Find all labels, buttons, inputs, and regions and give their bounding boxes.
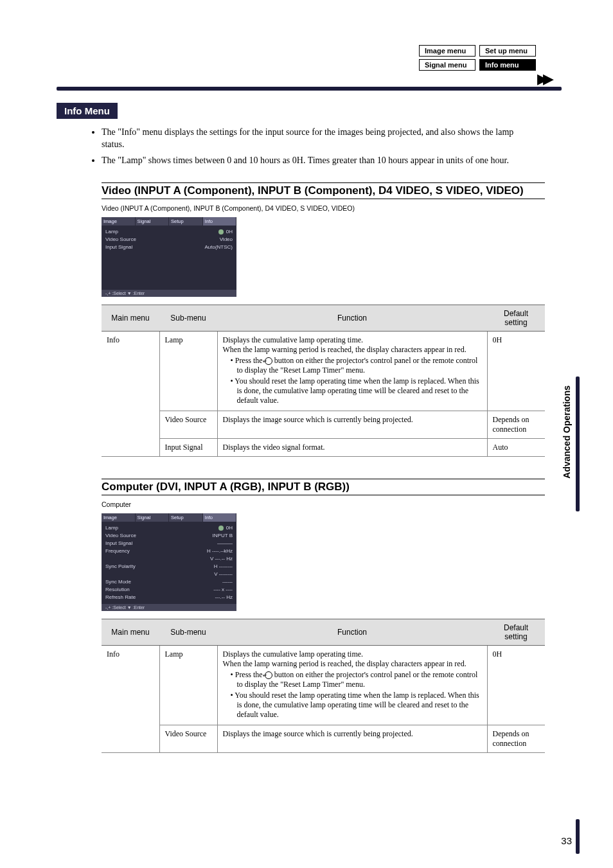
table-row: Info Lamp Displays the cumulative lamp o… <box>102 331 545 411</box>
cell-def: Depends on connection <box>487 725 545 752</box>
osd-label: Lamp <box>105 228 118 236</box>
osd-screenshot-video: Image Signal Setup Info Lamp0H Video Sou… <box>102 217 236 297</box>
table-row: Input Signal Displays the video signal f… <box>102 438 545 456</box>
table-row: Video Source Displays the image source w… <box>102 725 545 752</box>
page-title: Info Menu <box>57 103 118 119</box>
cell-main: Info <box>102 331 159 456</box>
lamp-icon <box>218 229 224 235</box>
osd-value: ------ <box>222 578 233 586</box>
cell-def: 0H <box>487 331 545 411</box>
osd-value: Video <box>220 236 233 244</box>
osd-tab: Image <box>102 513 136 522</box>
section-heading-computer: Computer (DVI, INPUT A (RGB), INPUT B (R… <box>102 479 545 495</box>
cell-def: Depends on connection <box>487 411 545 438</box>
osd-value: INPUT B <box>213 532 233 540</box>
th-main: Main menu <box>102 305 159 331</box>
cell-def: 0H <box>487 645 545 725</box>
table-row: Video Source Displays the image source w… <box>102 411 545 438</box>
osd-label: Input Signal <box>105 540 132 547</box>
table-row: Info Lamp Displays the cumulative lamp o… <box>102 645 545 725</box>
th-func: Function <box>217 619 487 645</box>
enter-icon: ↵ <box>265 357 272 365</box>
osd-value: ---- x ---- <box>213 586 233 594</box>
cell-func: Displays the image source which is curre… <box>217 411 487 438</box>
cell-func: Displays the cumulative lamp operating t… <box>217 645 487 725</box>
section-heading-video: Video (INPUT A (Component), INPUT B (Com… <box>102 182 545 199</box>
th-func: Function <box>217 305 487 331</box>
osd-footer: -,+ :Select ▼ :Enter <box>102 290 236 297</box>
menu-image: Image menu <box>419 45 475 57</box>
nav-arrows-icon: ▶▶ <box>537 71 549 87</box>
osd-value: 0H <box>226 229 233 235</box>
osd-tab: Image <box>102 217 136 226</box>
osd-value: 0H <box>226 525 233 531</box>
spec-table-video: Main menu Sub-menu Function Default sett… <box>102 305 545 457</box>
intro-bullet: The "Lamp" shows times between 0 and 10 … <box>102 155 532 167</box>
osd-value: H -------- <box>214 563 233 571</box>
cell-sub: Lamp <box>159 331 217 411</box>
enter-icon: ↵ <box>265 671 272 679</box>
osd-label: Refresh Rate <box>105 594 136 601</box>
osd-value: V ---.-- Hz <box>210 555 233 563</box>
th-def: Default setting <box>487 619 545 645</box>
intro-bullets: The "Info" menu displays the settings fo… <box>102 127 532 167</box>
cell-func: Displays the image source which is curre… <box>217 725 487 752</box>
osd-label: Lamp <box>105 524 118 532</box>
osd-tab: Info <box>203 513 237 522</box>
section-caption-video: Video (INPUT A (Component), INPUT B (Com… <box>102 204 545 212</box>
osd-label: Video Source <box>105 236 136 244</box>
page-number-bar <box>576 819 580 854</box>
osd-tab: Setup <box>169 513 203 522</box>
osd-value: ——— <box>217 540 233 547</box>
osd-label: Sync Mode <box>105 578 131 586</box>
section-caption-computer: Computer <box>102 500 545 508</box>
osd-value: H ----.--kHz <box>207 547 233 555</box>
osd-label: Sync Polarity <box>105 563 136 571</box>
th-sub: Sub-menu <box>159 305 217 331</box>
osd-footer: -,+ :Select ▼ :Enter <box>102 604 236 611</box>
breadcrumb-menu: Image menu Set up menu Signal menu Info … <box>419 45 536 71</box>
osd-tab: Signal <box>136 217 170 226</box>
osd-label: Resolution <box>105 586 130 594</box>
osd-label: Input Signal <box>105 244 132 251</box>
cell-sub: Video Source <box>159 725 217 752</box>
cell-sub: Video Source <box>159 411 217 438</box>
cell-sub: Lamp <box>159 645 217 725</box>
osd-tab: Info <box>203 217 237 226</box>
cell-def: Auto <box>487 438 545 456</box>
menu-setup: Set up menu <box>479 45 536 57</box>
side-tab-bar <box>576 376 580 511</box>
cell-sub: Input Signal <box>159 438 217 456</box>
cell-func: Displays the cumulative lamp operating t… <box>217 331 487 411</box>
osd-label: Frequency <box>105 547 130 555</box>
menu-signal: Signal menu <box>419 59 475 71</box>
osd-value: Auto(NTSC) <box>204 244 233 251</box>
cell-func: Displays the video signal format. <box>217 438 487 456</box>
osd-screenshot-computer: Image Signal Setup Info Lamp0H Video Sou… <box>102 513 236 611</box>
lamp-icon <box>218 526 224 531</box>
th-main: Main menu <box>102 619 159 645</box>
header-bar <box>57 87 562 91</box>
osd-label: Video Source <box>105 532 136 540</box>
page-number: 33 <box>561 835 572 846</box>
side-tab: Advanced Operations <box>562 385 572 479</box>
intro-bullet: The "Info" menu displays the settings fo… <box>102 127 532 151</box>
th-def: Default setting <box>487 305 545 331</box>
cell-main: Info <box>102 645 159 752</box>
menu-info: Info menu <box>479 59 536 71</box>
osd-value: ---.-- Hz <box>215 594 233 601</box>
osd-tab: Setup <box>169 217 203 226</box>
osd-tab: Signal <box>136 513 170 522</box>
osd-value: V -------- <box>214 571 233 578</box>
spec-table-computer: Main menu Sub-menu Function Default sett… <box>102 619 545 753</box>
th-sub: Sub-menu <box>159 619 217 645</box>
